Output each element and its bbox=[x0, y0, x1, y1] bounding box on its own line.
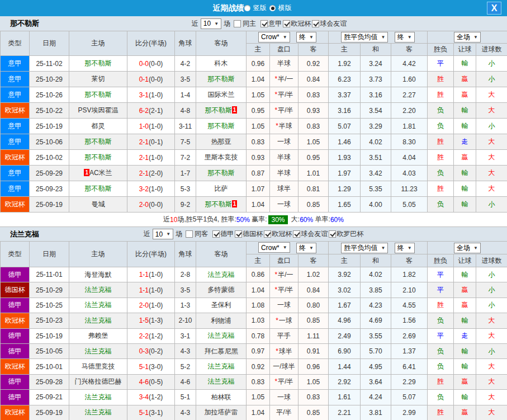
radio-vertical[interactable] bbox=[244, 5, 250, 11]
changed-indicator: * bbox=[276, 317, 278, 324]
match-result: 平 bbox=[428, 267, 454, 282]
league-label: 德甲 bbox=[220, 229, 234, 239]
odds-final-select[interactable]: 终▼ bbox=[296, 243, 316, 253]
col-odds-home: 主 bbox=[247, 254, 270, 267]
league-label: 德国杯 bbox=[243, 229, 263, 239]
handicap: 一球 bbox=[270, 197, 298, 213]
match-count-select[interactable]: 10▼ bbox=[153, 229, 173, 239]
col-type: 类型 bbox=[1, 31, 30, 56]
goals-result: 大 bbox=[476, 87, 507, 103]
match-count-select[interactable]: 10▼ bbox=[201, 18, 221, 29]
league-label: 意甲 bbox=[268, 19, 282, 29]
home-team: PSV埃因霍温 bbox=[69, 103, 127, 119]
match-type-badge: 德甲 bbox=[1, 343, 30, 358]
match-type-badge: 意甲 bbox=[1, 119, 30, 134]
same-venue-checkbox[interactable] bbox=[186, 230, 193, 238]
avg-away: 4.55 bbox=[391, 298, 428, 313]
scope-select[interactable]: 全场▼ bbox=[454, 32, 481, 43]
match-corners: 3-5 bbox=[175, 72, 196, 87]
avg-home: 1.44 bbox=[329, 359, 361, 374]
away-team: 法兰克福 bbox=[196, 359, 247, 374]
col-date: 日期 bbox=[30, 242, 69, 267]
handicap-result: 贏 bbox=[454, 72, 476, 87]
league-checkbox[interactable] bbox=[264, 230, 271, 238]
goals-result: 小 bbox=[476, 267, 507, 282]
avg-away: 1.56 bbox=[391, 313, 428, 328]
league-checkbox[interactable] bbox=[312, 20, 319, 27]
league-checkbox[interactable] bbox=[283, 20, 290, 27]
match-score: 1-5(1-3) bbox=[127, 313, 175, 328]
avg-draw: 4.02 bbox=[361, 134, 391, 150]
away-team: 里斯本竞技 bbox=[196, 150, 247, 166]
home-team: 弗赖堡 bbox=[69, 328, 127, 343]
col-home: 主场 bbox=[69, 242, 127, 267]
match-score: 2-0(0-0) bbox=[127, 197, 175, 213]
match-score: 3-4(1-2) bbox=[127, 390, 175, 405]
win-rate-badge: 30% bbox=[268, 215, 287, 224]
bookmaker-select[interactable]: Crow*▼ bbox=[258, 32, 290, 43]
handicap-result: 走 bbox=[454, 134, 476, 150]
league-checkbox[interactable] bbox=[293, 230, 300, 238]
match-score: 6-2(2-1) bbox=[127, 103, 175, 119]
avg-final-select[interactable]: 终▼ bbox=[395, 32, 415, 43]
col-corner: 角球 bbox=[175, 31, 196, 56]
changed-indicator: * bbox=[276, 122, 278, 130]
handicap: 半球 bbox=[270, 150, 298, 166]
away-team: 比萨 bbox=[196, 181, 247, 197]
home-team: 莱切 bbox=[69, 72, 127, 87]
away-team: 国际米兰 bbox=[196, 87, 247, 103]
bookmaker-select[interactable]: Crow*▼ bbox=[258, 242, 290, 253]
league-checkbox[interactable] bbox=[235, 230, 242, 238]
odds-away: 1.01 bbox=[298, 166, 329, 181]
avg-final-select[interactable]: 终▼ bbox=[395, 243, 415, 253]
near-label: 近 bbox=[144, 229, 150, 239]
match-type-badge: 意甲 bbox=[1, 166, 30, 181]
league-checkbox[interactable] bbox=[260, 20, 268, 27]
table-row: 德甲 25-10-25 法兰克福 2-0(1-0) 1-3 圣保利 1.08 一… bbox=[1, 298, 507, 313]
handicap-result: 贏 bbox=[454, 150, 476, 166]
away-team: 柏林联 bbox=[196, 390, 247, 405]
avg-away: 5.07 bbox=[391, 390, 428, 405]
goals-result: 大 bbox=[476, 359, 507, 374]
odds-home: 0.87 bbox=[247, 166, 270, 181]
handicap-result: 贏 bbox=[454, 87, 476, 103]
goals-result: 大 bbox=[476, 390, 507, 405]
near-label: 近 bbox=[192, 19, 198, 29]
handicap: 半球 bbox=[270, 166, 298, 181]
match-result: 负 bbox=[428, 103, 454, 119]
avg-draw: 3.29 bbox=[361, 119, 391, 134]
odds-final-select[interactable]: 终▼ bbox=[296, 32, 316, 43]
avg-away: 2.69 bbox=[391, 328, 428, 343]
same-venue-checkbox[interactable] bbox=[234, 20, 241, 27]
avg-select[interactable]: 胜平负均值▼ bbox=[341, 243, 388, 253]
scope-select[interactable]: 全场▼ bbox=[454, 243, 481, 253]
match-type-badge: 欧冠杯 bbox=[1, 150, 30, 166]
col-goals: 进球数 bbox=[476, 44, 507, 56]
red-card-badge: 1 bbox=[232, 200, 238, 207]
avg-draw: 3.85 bbox=[361, 282, 391, 298]
match-type-badge: 德甲 bbox=[1, 328, 30, 343]
handicap: *平/半 bbox=[270, 103, 298, 119]
match-corners: 3-1 bbox=[175, 328, 196, 343]
avg-home: 2.49 bbox=[329, 328, 361, 343]
league-label: 欧冠杯 bbox=[291, 19, 311, 29]
avg-draw: 4.23 bbox=[361, 298, 391, 313]
close-button[interactable]: X bbox=[487, 2, 501, 15]
odds-home: 1.03 bbox=[247, 313, 270, 328]
home-team: 那不勒斯 bbox=[69, 181, 127, 197]
avg-select[interactable]: 胜平负均值▼ bbox=[341, 32, 388, 43]
odds-home: 0.95 bbox=[247, 103, 270, 119]
radio-horizontal[interactable] bbox=[269, 5, 276, 11]
odds-home: 1.05 bbox=[247, 87, 270, 103]
league-checkbox[interactable] bbox=[329, 230, 336, 238]
handicap: 一球 bbox=[270, 298, 298, 313]
table-row: 德国杯 25-10-29 法兰克福 1-1(1-0) 3-5 多特蒙德 1.04… bbox=[1, 282, 507, 298]
league-checkbox[interactable] bbox=[212, 230, 220, 238]
match-type-badge: 德甲 bbox=[1, 374, 30, 389]
match-date: 25-10-02 bbox=[30, 150, 69, 166]
avg-away: 1.82 bbox=[391, 267, 428, 282]
odds-away: 0.91 bbox=[298, 343, 329, 358]
match-score: 3-1(1-0) bbox=[127, 87, 175, 103]
match-corners: 4-8 bbox=[175, 103, 196, 119]
handicap-result: 輸 bbox=[454, 166, 476, 181]
